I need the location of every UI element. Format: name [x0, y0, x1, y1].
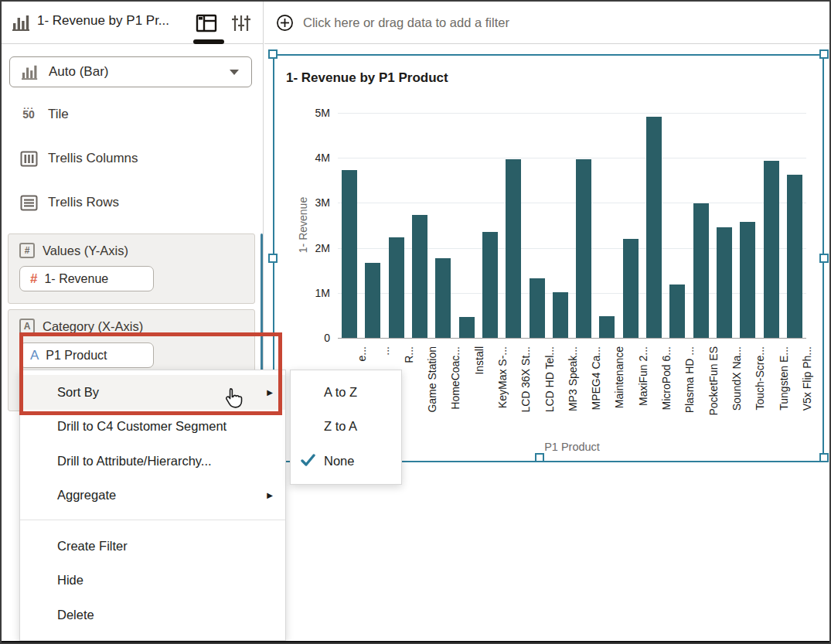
x-axis-label: MicroPod 6... [660, 346, 673, 493]
menu-item-label: Aggregate [57, 488, 116, 503]
chip-1-revenue[interactable]: # 1- Revenue [19, 266, 154, 291]
tab-grammar-panel[interactable] [194, 12, 219, 35]
number-icon: # [19, 243, 35, 258]
x-axis-label: R... [403, 346, 415, 493]
y-tick-label: 4M [296, 152, 330, 164]
menu-item-label: Create Filter [57, 539, 128, 554]
x-axis-label: HomeCoac... [449, 346, 461, 493]
menu-item-label: Hide [57, 573, 83, 588]
viz-title: 1- Revenue by P1 Pr... [37, 13, 169, 29]
drop-target-trellis-rows[interactable]: Trellis Rows [2, 187, 257, 218]
section-title: Values (Y-Axis) [43, 244, 128, 258]
letter-a-icon: A [19, 319, 35, 334]
bar-mp3-speak[interactable] [553, 292, 568, 338]
x-axis-label: KeyMax S-... [496, 346, 509, 493]
tile-50-icon: ···50 [19, 109, 39, 120]
drop-target-label: Trellis Rows [48, 195, 119, 210]
x-axis-label: Plasma HD ... [683, 346, 696, 493]
section-header: # Values (Y-Axis) [19, 243, 254, 258]
submenu-arrow-icon: ▶ [267, 388, 273, 397]
chip-p1-product[interactable]: A P1 Product [19, 342, 154, 368]
bar-maintenance[interactable] [599, 316, 615, 338]
selection-handle[interactable] [268, 254, 278, 263]
selection-handle[interactable] [819, 49, 829, 59]
trellis-columns-icon [19, 150, 39, 168]
drop-target-label: Tile [48, 107, 69, 122]
menu-item-create-filter[interactable]: Create Filter [20, 529, 285, 564]
x-axis-label: LCD HD Tel... [543, 346, 556, 493]
x-axis-label: PocketFun ES [707, 346, 720, 493]
bar-[interactable] [365, 263, 380, 338]
add-filter-plus-icon[interactable] [276, 14, 294, 32]
y-tick-label: 3M [296, 196, 330, 209]
bar-keymax-s[interactable] [482, 232, 498, 338]
values-y-axis-section: # Values (Y-Axis) # 1- Revenue [8, 233, 255, 304]
bar-install[interactable] [459, 317, 475, 338]
submenu-item-z-to-a[interactable]: Z to A [291, 410, 401, 445]
bar-mpeg4-ca[interactable] [576, 159, 591, 338]
bar-soundx-na[interactable] [717, 227, 732, 338]
drop-target-label: Trellis Columns [48, 151, 138, 166]
x-axis-label: SoundX Na... [731, 346, 743, 493]
bar-e[interactable] [342, 170, 357, 338]
bar-r[interactable] [389, 237, 404, 338]
menu-item-aggregate[interactable]: Aggregate▶ [20, 479, 285, 513]
submenu-arrow-icon: ▶ [267, 491, 273, 499]
bar-chart-icon [12, 13, 32, 35]
menu-item-label: Drill to C4 Customer Segment [57, 419, 226, 434]
menu-item-hide[interactable]: Hide [20, 564, 285, 598]
submenu-item-label: Z to A [324, 419, 357, 434]
gridline [338, 248, 806, 249]
submenu-item-none[interactable]: None [291, 444, 401, 479]
selection-handle[interactable] [535, 453, 544, 462]
bar-v5x-flip-ph[interactable] [787, 175, 802, 338]
menu-item-sort-by[interactable]: Sort By▶ [20, 375, 285, 410]
panel-scrollbar[interactable] [261, 233, 263, 370]
window-border-bottom [0, 641, 831, 644]
bar-lcd-hd-tel[interactable] [530, 278, 545, 338]
y-tick-label: 5M [296, 107, 330, 119]
bar-homecoac[interactable] [435, 258, 451, 338]
bar-touch-scre[interactable] [740, 222, 755, 338]
menu-item-label: Sort By [57, 385, 99, 400]
y-tick-label: 2M [296, 242, 330, 254]
menu-item-label: Drill to Attribute/Hierarchy... [57, 454, 212, 469]
bar-pocketfun-es[interactable] [693, 203, 709, 338]
drop-target-trellis-columns[interactable]: Trellis Columns [2, 143, 257, 174]
filter-bar[interactable]: Click here or drag data to add a filter [264, 2, 829, 44]
tab-properties[interactable] [229, 12, 254, 35]
submenu-item-label: None [324, 454, 354, 469]
selection-handle[interactable] [819, 453, 829, 462]
filter-prompt: Click here or drag data to add a filter [303, 15, 509, 30]
drop-target-tile[interactable]: ···50 Tile [2, 99, 257, 130]
viz-type-dropdown[interactable]: Auto (Bar) [9, 56, 252, 87]
viz-type-value: Auto (Bar) [49, 64, 108, 80]
bar-chart-icon [21, 63, 39, 80]
gridline [338, 293, 806, 294]
x-axis-title: P1 Product [495, 441, 649, 453]
selection-handle[interactable] [819, 254, 829, 263]
number-icon: # [30, 271, 37, 287]
submenu-item-a-to-z[interactable]: A to Z [291, 375, 401, 410]
gridline [338, 203, 806, 203]
x-axis-label: LCD 36X St... [519, 346, 532, 493]
bar-plasma-hd[interactable] [669, 285, 685, 338]
submenu-item-label: A to Z [324, 385, 357, 400]
menu-item-label: Delete [57, 608, 94, 622]
bar-game-station[interactable] [412, 215, 427, 338]
sort-by-submenu: A to ZZ to ANone [290, 370, 402, 485]
y-axis-title: 1- Revenue [297, 148, 309, 302]
menu-item-delete[interactable]: Delete [20, 598, 285, 632]
checkmark-icon [301, 454, 315, 470]
app-window: 1- Revenue by P1 Pr... Auto (Bar) ···50 … [0, 0, 831, 644]
bar-micropod-6[interactable] [646, 117, 662, 338]
selection-handle[interactable] [268, 49, 278, 59]
menu-item-drill-to-c4-customer-segment[interactable]: Drill to C4 Customer Segment [20, 410, 285, 445]
x-axis-label: Game Station [426, 346, 438, 493]
section-header: A Category (X-Axis) [19, 319, 254, 334]
bar-maxifun-2[interactable] [623, 239, 639, 338]
chip-label: P1 Product [46, 349, 107, 363]
bar-tungsten-e[interactable] [764, 161, 779, 338]
menu-item-drill-to-attribute-hierarchy[interactable]: Drill to Attribute/Hierarchy... [20, 444, 285, 479]
bar-lcd-36x-st[interactable] [506, 159, 521, 338]
